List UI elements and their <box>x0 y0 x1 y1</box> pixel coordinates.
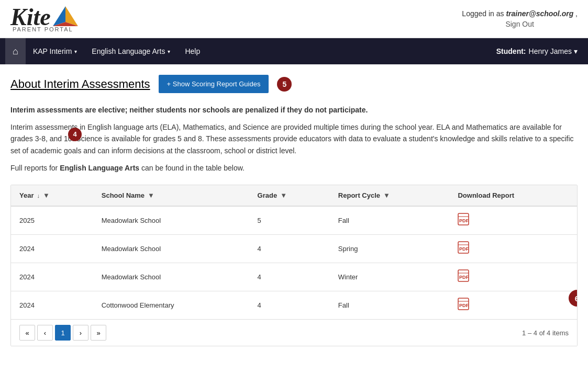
reports-table: Year ↓ ▼ School Name ▼ Grade <box>11 185 577 319</box>
cell-cycle-3: Fall <box>330 291 450 320</box>
info-para-container: Interim assessments in English language … <box>10 121 578 156</box>
info-bold-text: Interim assessments are elective; neithe… <box>10 106 578 114</box>
page-title: About Interim Assessments <box>10 77 150 91</box>
sign-out-link[interactable]: Sign Out <box>462 20 578 28</box>
student-label: Student: <box>496 47 526 55</box>
cell-grade-1: 4 <box>249 235 330 263</box>
col-school: School Name ▼ <box>93 185 249 206</box>
full-reports-pre: Full reports for <box>10 164 58 172</box>
pdf-download-icon-0[interactable]: PDF <box>458 216 469 228</box>
page-first-button[interactable]: « <box>19 325 35 341</box>
cell-school-1: Meadowlark School <box>93 235 249 263</box>
header: Kite PARENT PORTAL Logged in as trainer@… <box>0 0 588 38</box>
svg-text:PDF: PDF <box>459 218 469 223</box>
col-year: Year ↓ ▼ <box>11 185 93 206</box>
svg-text:PDF: PDF <box>459 246 469 252</box>
pdf-download-icon-2[interactable]: PDF <box>458 273 469 284</box>
cell-download-1: PDF <box>449 235 577 263</box>
cell-school-2: Meadowlark School <box>93 263 249 291</box>
nav-help[interactable]: Help <box>177 38 207 64</box>
nav-kap-interim[interactable]: KAP Interim ▾ <box>26 38 84 64</box>
col-cycle: Report Cycle ▼ <box>330 185 450 206</box>
svg-text:PDF: PDF <box>459 303 469 308</box>
cell-grade-3: 4 <box>249 291 330 320</box>
col-cycle-label: Report Cycle <box>338 191 380 199</box>
user-email: trainer@school.org <box>506 9 573 18</box>
info-para-text: Interim assessments in English language … <box>10 123 574 155</box>
logo-area: Kite PARENT PORTAL <box>10 5 79 32</box>
table-header-row: Year ↓ ▼ School Name ▼ Grade <box>11 185 577 206</box>
nav-help-label: Help <box>185 47 200 55</box>
pdf-download-icon-3[interactable]: PDF <box>458 301 469 312</box>
title-row: About Interim Assessments + Show Scoring… <box>10 75 578 93</box>
page-controls: « ‹ 1 › » <box>19 325 106 341</box>
main-content: About Interim Assessments + Show Scoring… <box>0 64 588 357</box>
nav-ela-label: English Language Arts <box>92 47 165 55</box>
page-prev-button[interactable]: ‹ <box>37 325 53 341</box>
cell-download-0: PDF <box>449 206 577 235</box>
svg-text:PDF: PDF <box>459 275 469 280</box>
cell-year-3: 2024 <box>11 291 93 320</box>
page-next-button[interactable]: › <box>73 325 88 341</box>
cell-year-0: 2025 <box>11 206 93 235</box>
cell-grade-0: 5 <box>249 206 330 235</box>
page-last-button[interactable]: » <box>91 325 106 341</box>
nav-english-lang-arts[interactable]: English Language Arts ▾ <box>84 38 177 64</box>
school-filter-icon[interactable]: ▼ <box>148 191 154 199</box>
col-grade: Grade ▼ <box>249 185 330 206</box>
page-1-button[interactable]: 1 <box>55 325 71 341</box>
year-sort-icon[interactable]: ↓ <box>37 192 40 199</box>
cell-download-3: PDF <box>449 291 577 320</box>
table-row: 2024 Cottonwood Elementary 4 Fall PDF <box>11 291 577 320</box>
student-caret[interactable]: ▾ <box>574 47 578 55</box>
col-school-label: School Name <box>102 191 145 199</box>
cell-school-0: Meadowlark School <box>93 206 249 235</box>
pdf-download-icon-1[interactable]: PDF <box>458 244 469 256</box>
table-row: 2024 Meadowlark School 4 Winter PDF <box>11 263 577 291</box>
col-year-label: Year <box>19 191 34 199</box>
cell-year-2: 2024 <box>11 263 93 291</box>
cell-school-3: Cottonwood Elementary <box>93 291 249 320</box>
email-suffix: , <box>575 9 578 18</box>
page-info-text: 1 – 4 of 4 items <box>522 329 569 337</box>
badge-4: 4 <box>68 128 82 141</box>
col-download: Download Report <box>449 185 577 206</box>
cell-cycle-2: Winter <box>330 263 450 291</box>
table-row: 2025 Meadowlark School 5 Fall PDF <box>11 206 577 235</box>
grade-filter-icon[interactable]: ▼ <box>280 191 287 199</box>
col-download-label: Download Report <box>458 191 514 199</box>
nav-kap-interim-caret: ▾ <box>74 49 77 54</box>
year-filter-icon[interactable]: ▼ <box>43 191 50 199</box>
nav-kap-interim-label: KAP Interim <box>33 47 72 55</box>
table-row: 2024 Meadowlark School 4 Spring PDF <box>11 235 577 263</box>
badge-5: 5 <box>277 77 292 92</box>
header-right: Logged in as trainer@school.org , Sign O… <box>462 9 578 28</box>
nav-home-button[interactable]: ⌂ <box>5 38 26 64</box>
full-reports-text: Full reports for English Language Arts c… <box>10 164 578 172</box>
home-icon: ⌂ <box>13 46 18 57</box>
nav-ela-caret: ▾ <box>168 49 170 54</box>
logged-in-text: Logged in as <box>462 9 504 18</box>
navbar: ⌂ KAP Interim ▾ English Language Arts ▾ … <box>0 38 588 64</box>
cycle-filter-icon[interactable]: ▼ <box>383 191 390 199</box>
full-reports-post: can be found in the table below. <box>141 164 245 172</box>
reports-table-container: Year ↓ ▼ School Name ▼ Grade <box>10 185 578 346</box>
col-grade-label: Grade <box>258 191 278 199</box>
show-scoring-guides-button[interactable]: + Show Scoring Report Guides <box>159 75 269 93</box>
cell-cycle-1: Spring <box>330 235 450 263</box>
cell-download-2: PDF <box>449 263 577 291</box>
navbar-student-area: Student: Henry James ▾ <box>496 47 583 55</box>
cell-year-1: 2024 <box>11 235 93 263</box>
cell-grade-2: 4 <box>249 263 330 291</box>
student-name[interactable]: Henry James <box>529 47 572 55</box>
cell-cycle-0: Fall <box>330 206 450 235</box>
parent-portal-label: PARENT PORTAL <box>13 26 73 32</box>
pagination: « ‹ 1 › » 1 – 4 of 4 items <box>11 319 577 346</box>
full-reports-bold: English Language Arts <box>60 164 139 172</box>
